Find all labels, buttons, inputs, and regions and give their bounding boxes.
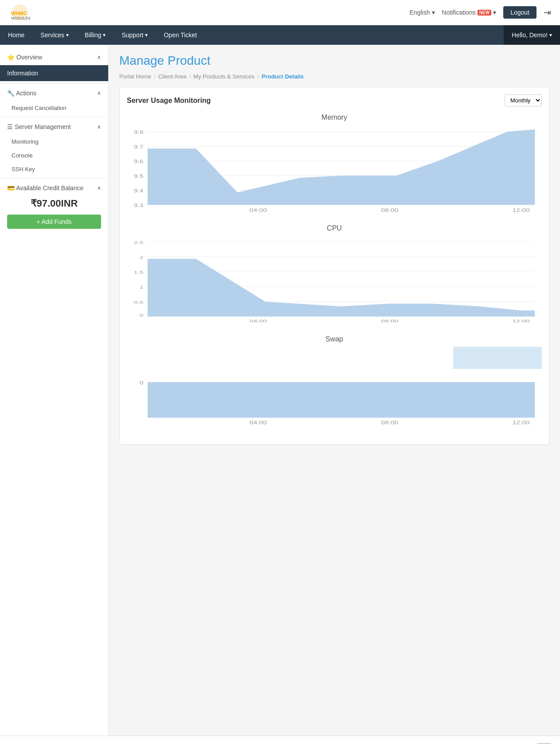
svg-text:08:00: 08:00: [381, 319, 398, 324]
notifications-badge: NEW: [478, 10, 491, 16]
sidebar: ⭐ Overview ∧ Information 🔧 Actions ∧ Req…: [0, 45, 109, 736]
sidebar-ssh-key[interactable]: SSH Key: [0, 162, 108, 176]
nav-home[interactable]: Home: [0, 25, 32, 45]
svg-text:12:00: 12:00: [513, 208, 530, 213]
sidebar-overview[interactable]: ⭐ Overview ∧: [0, 49, 108, 65]
add-funds-button[interactable]: + Add Funds: [7, 215, 101, 229]
sidebar-request-cancellation[interactable]: Request Cancellation: [0, 101, 108, 115]
svg-text:12:00: 12:00: [513, 319, 530, 324]
memory-chart-svg: 9.8 9.7 9.6 9.5 9.4 9.3: [127, 125, 542, 214]
cpu-chart-svg: 2.5 2 1.5 1 0.5 0: [127, 236, 542, 325]
svg-text:0: 0: [140, 313, 144, 317]
notifications-label: Notifications: [442, 9, 476, 16]
cpu-chart-wrapper: 2.5 2 1.5 1 0.5 0: [127, 236, 542, 325]
cpu-chart-section: CPU 2.5 2 1.5 1 0.5 0: [127, 224, 542, 325]
nav-billing[interactable]: Billing ▾: [77, 25, 114, 45]
breadcrumb-my-products[interactable]: My Products & Services: [193, 73, 255, 80]
svg-text:9.7: 9.7: [134, 145, 144, 149]
user-greeting[interactable]: Hello, Demo! ▾: [504, 25, 560, 45]
logo-area: WHMC MODULE9: [9, 4, 31, 21]
topbar-right: English ▾ Notifications NEW ▾ Logout ⇥: [410, 6, 551, 19]
language-label: English: [410, 9, 430, 16]
svg-marker-15: [148, 129, 535, 205]
chart-panel: Server Usage Monitoring Monthly Memory 9…: [119, 87, 549, 445]
svg-text:MODULE9: MODULE9: [11, 16, 31, 20]
breadcrumb: Portal Home / Client Area / My Products …: [119, 73, 549, 80]
logo-icon: WHMC MODULE9: [9, 4, 31, 21]
credit-chevron: ∧: [97, 185, 101, 191]
logout-button[interactable]: Logout: [503, 6, 537, 19]
profile-icon[interactable]: ⇥: [544, 7, 551, 18]
breadcrumb-client-area[interactable]: Client Area: [158, 73, 187, 80]
nav-support[interactable]: Support ▾: [114, 25, 156, 45]
svg-text:04:00: 04:00: [250, 420, 267, 425]
nav-open-ticket[interactable]: Open Ticket: [156, 25, 205, 45]
chart-panel-title: Server Usage Monitoring: [127, 97, 211, 105]
cpu-chart-title: CPU: [127, 224, 542, 232]
memory-chart-wrapper: 9.8 9.7 9.6 9.5 9.4 9.3: [127, 125, 542, 214]
sidebar-information-section: Information: [0, 65, 108, 81]
swap-chart-title: Swap: [127, 335, 542, 343]
svg-text:0.5: 0.5: [134, 300, 144, 305]
overview-chevron: ∧: [97, 54, 101, 60]
svg-text:9.6: 9.6: [134, 159, 144, 164]
svg-text:WHMC: WHMC: [11, 11, 27, 16]
memory-chart-title: Memory: [127, 114, 542, 121]
svg-text:1.5: 1.5: [134, 270, 144, 275]
svg-text:12:00: 12:00: [513, 420, 530, 425]
main-container: ⭐ Overview ∧ Information 🔧 Actions ∧ Req…: [0, 45, 560, 736]
topbar: WHMC MODULE9 English ▾ Notifications NEW…: [0, 0, 560, 25]
svg-text:08:00: 08:00: [381, 420, 398, 425]
sidebar-console[interactable]: Console: [0, 149, 108, 162]
credit-amount: ₹97.00INR: [0, 196, 108, 211]
svg-text:2.5: 2.5: [134, 240, 144, 245]
svg-text:9.4: 9.4: [134, 188, 144, 193]
svg-marker-31: [148, 259, 535, 317]
breadcrumb-product-details: Product Details: [262, 73, 304, 80]
sidebar-credit-header[interactable]: 💳 Available Credit Balance ∧: [0, 180, 108, 196]
nav-services[interactable]: Services ▾: [32, 25, 77, 45]
svg-text:9.3: 9.3: [134, 203, 144, 208]
divider-1: [0, 83, 108, 83]
svg-text:1: 1: [140, 285, 144, 290]
language-button[interactable]: English ▾: [410, 9, 435, 16]
navbar: Home Services ▾ Billing ▾ Support ▾ Open…: [0, 25, 560, 45]
sidebar-monitoring[interactable]: Monitoring: [0, 135, 108, 149]
svg-text:0: 0: [140, 380, 144, 385]
svg-marker-37: [148, 382, 535, 418]
divider-2: [0, 117, 108, 117]
chart-panel-header: Server Usage Monitoring Monthly: [127, 94, 542, 106]
sidebar-actions-header[interactable]: 🔧 Actions ∧: [0, 85, 108, 101]
memory-chart-section: Memory 9.8 9.7 9.6 9.5 9.4 9.3: [127, 114, 542, 214]
footer: Copyright © 2021 WHMCSModule Networks. A…: [0, 736, 560, 744]
swap-chart-section: Swap 0 04:00 08:00 12:00: [127, 335, 542, 427]
sidebar-information[interactable]: Information: [0, 65, 108, 81]
svg-text:9.5: 9.5: [134, 174, 144, 179]
svg-text:08:00: 08:00: [381, 208, 398, 213]
page-title: Manage Product: [119, 54, 549, 68]
monthly-select[interactable]: Monthly: [505, 94, 542, 106]
actions-chevron: ∧: [97, 90, 101, 96]
breadcrumb-portal-home[interactable]: Portal Home: [119, 73, 151, 80]
divider-3: [0, 178, 108, 178]
svg-text:04:00: 04:00: [250, 208, 267, 213]
main-content: Manage Product Portal Home / Client Area…: [109, 45, 560, 736]
svg-text:2: 2: [140, 255, 144, 260]
notifications-button[interactable]: Notifications NEW ▾: [442, 9, 497, 16]
svg-text:04:00: 04:00: [250, 319, 267, 324]
server-management-chevron: ∧: [97, 124, 101, 130]
sidebar-server-management-header[interactable]: ☰ Server Management ∧: [0, 119, 108, 135]
svg-text:9.8: 9.8: [134, 130, 144, 135]
